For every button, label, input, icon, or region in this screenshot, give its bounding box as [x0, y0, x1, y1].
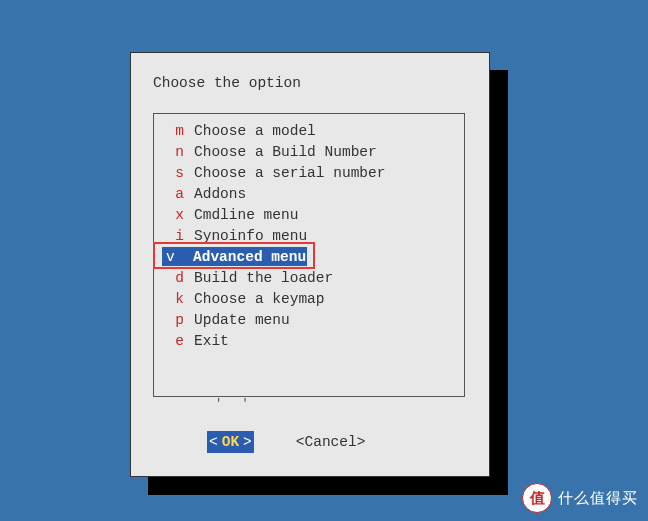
ok-button[interactable]: < OK >	[207, 431, 254, 453]
hotkey: m	[162, 123, 194, 139]
ok-label: OK	[218, 434, 243, 450]
menu-item-cmdline[interactable]: x Cmdline menu	[154, 204, 464, 225]
watermark-text: 什么值得买	[558, 489, 638, 508]
menu-item-label: Addons	[194, 186, 246, 202]
dialog-title: Choose the option	[153, 75, 301, 91]
menu-item-label: Synoinfo menu	[194, 228, 307, 244]
menu-item-label: Advanced menu	[189, 247, 307, 266]
hotkey: a	[162, 186, 194, 202]
menu-item-addons[interactable]: a Addons	[154, 183, 464, 204]
menu-list: m Choose a model n Choose a Build Number…	[153, 113, 465, 397]
hotkey: e	[162, 333, 194, 349]
menu-item-label: Update menu	[194, 312, 290, 328]
menu-item-label: Exit	[194, 333, 229, 349]
menu-item-label: Cmdline menu	[194, 207, 298, 223]
frame-bottom-ticks: ' '	[215, 397, 255, 411]
menu-item-keymap[interactable]: k Choose a keymap	[154, 288, 464, 309]
menu-item-build-loader[interactable]: d Build the loader	[154, 267, 464, 288]
hotkey: x	[162, 207, 194, 223]
hotkey: k	[162, 291, 194, 307]
menu-item-synoinfo[interactable]: i Synoinfo menu	[154, 225, 464, 246]
hotkey: v	[162, 247, 189, 266]
hotkey: i	[162, 228, 194, 244]
menu-item-label: Build the loader	[194, 270, 333, 286]
menu-item-advanced[interactable]: v Advanced menu	[154, 246, 464, 267]
menu-item-serial-number[interactable]: s Choose a serial number	[154, 162, 464, 183]
angle-left-icon: <	[209, 434, 218, 450]
hotkey: n	[162, 144, 194, 160]
hotkey: d	[162, 270, 194, 286]
menu-item-label: Choose a serial number	[194, 165, 385, 181]
menu-item-build-number[interactable]: n Choose a Build Number	[154, 141, 464, 162]
menu-item-label: Choose a model	[194, 123, 316, 139]
menu-item-label: Choose a Build Number	[194, 144, 377, 160]
watermark-badge-icon: 值	[522, 483, 552, 513]
menu-item-model[interactable]: m Choose a model	[154, 120, 464, 141]
watermark: 值 什么值得买	[522, 483, 638, 513]
cancel-button[interactable]: <Cancel>	[296, 434, 366, 450]
menu-item-update[interactable]: p Update menu	[154, 309, 464, 330]
dialog-buttons: < OK > <Cancel>	[207, 431, 365, 453]
hotkey: s	[162, 165, 194, 181]
option-dialog: Choose the option m Choose a model n Cho…	[130, 52, 490, 477]
angle-right-icon: >	[243, 434, 252, 450]
menu-item-label: Choose a keymap	[194, 291, 325, 307]
menu-item-exit[interactable]: e Exit	[154, 330, 464, 351]
hotkey: p	[162, 312, 194, 328]
